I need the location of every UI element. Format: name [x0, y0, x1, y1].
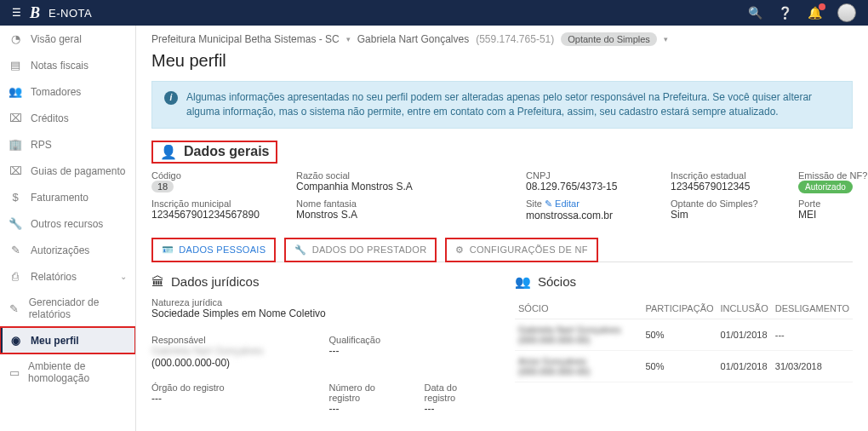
- topbar: ☰ B E-NOTA 🔍 ❔ 🔔: [0, 0, 868, 26]
- sidebar-item-label: Relatórios: [31, 271, 77, 283]
- sidebar-item[interactable]: 🔧Outros recursos: [0, 210, 135, 237]
- breadcrumb-user[interactable]: Gabriela Nart Gonçalves: [357, 33, 469, 45]
- users-icon: 👥: [515, 274, 531, 290]
- sidebar-icon: $: [9, 191, 22, 204]
- codigo-badge: 18: [151, 181, 174, 193]
- field-value: Sociedade Simples em Nome Coletivo: [151, 307, 489, 319]
- breadcrumb: Prefeitura Municipal Betha Sistemas - SC…: [151, 32, 853, 46]
- sidebar-icon: ◉: [9, 334, 22, 347]
- info-text: Algumas informações apresentadas no seu …: [186, 90, 840, 119]
- sidebar-item-label: Autorizações: [31, 244, 89, 256]
- help-icon[interactable]: ❔: [778, 6, 792, 20]
- sidebar-icon: 👥: [9, 85, 22, 98]
- sidebar-item[interactable]: 🏢RPS: [0, 131, 135, 158]
- field-value: ---: [151, 393, 312, 405]
- page-title: Meu perfil: [151, 51, 853, 71]
- sliders-icon: ⚙: [455, 244, 464, 256]
- sidebar-item[interactable]: ✎Autorizações: [0, 237, 135, 263]
- bank-icon: 🏛: [151, 274, 164, 289]
- simples-badge: Optante do Simples: [561, 32, 657, 46]
- field-value: Companhia Monstros S.A: [296, 181, 509, 193]
- field-label: Qualificação: [329, 335, 490, 345]
- socio-des: 31/03/2018: [772, 350, 853, 382]
- sidebar-item-label: Visão geral: [31, 33, 82, 45]
- section-dados-juridicos: 🏛Dados jurídicos: [151, 274, 489, 289]
- field-value: ---: [329, 403, 408, 415]
- user-icon: 👤: [160, 144, 177, 160]
- chevron-down-icon[interactable]: ▾: [346, 35, 351, 43]
- table-header: SÓCIO: [515, 298, 642, 319]
- tabs: 🪪DADOS PESSOAIS 🔧DADOS DO PRESTADOR ⚙CON…: [151, 237, 853, 262]
- dados-gerais-grid: Código18 Razão socialCompanhia Monstros …: [151, 170, 853, 221]
- field-label: Código: [151, 170, 279, 181]
- field-value: ---: [329, 345, 490, 357]
- field-label: Optante do Simples?: [671, 198, 781, 209]
- tab-config-nf[interactable]: ⚙CONFIGURAÇÕES DE NF: [445, 238, 597, 262]
- sidebar-item[interactable]: ⌧Guias de pagamento: [0, 158, 135, 184]
- sidebar-item-label: Meu perfil: [31, 335, 79, 347]
- field-value: ---: [425, 403, 489, 415]
- sidebar-item[interactable]: ✎Gerenciador de relatórios: [0, 290, 135, 327]
- sidebar-icon: 🔧: [9, 217, 22, 230]
- socio-inc: 01/01/2018: [717, 319, 772, 350]
- socio-inc: 01/01/2018: [717, 350, 772, 382]
- breadcrumb-user-doc: (559.174.765-51): [476, 33, 554, 45]
- bell-icon[interactable]: 🔔: [808, 6, 822, 20]
- sidebar-item-label: Guias de pagamento: [31, 165, 125, 177]
- sidebar-item-label: Gerenciador de relatórios: [29, 296, 127, 320]
- socio-part: 50%: [642, 319, 717, 350]
- hamburger-icon[interactable]: ☰: [12, 7, 21, 19]
- field-label: Nome fantasia: [296, 198, 509, 209]
- sidebar: ◔Visão geral▤Notas fiscais👥Tomadores⌧Cré…: [0, 26, 136, 431]
- field-value: Sim: [671, 209, 781, 221]
- id-card-icon: 🪪: [162, 244, 174, 256]
- field-value: Gabriela Nart Gonçalves: [151, 345, 312, 357]
- field-label: Razão social: [296, 170, 509, 181]
- field-label: Natureza jurídica: [151, 297, 489, 307]
- field-label: Número do registro: [329, 382, 408, 403]
- sidebar-item[interactable]: ◉Meu perfil: [0, 327, 135, 353]
- sidebar-icon: ▤: [9, 59, 22, 72]
- info-banner: i Algumas informações apresentadas no se…: [151, 81, 853, 129]
- sidebar-item-label: Ambiente de homologação: [28, 360, 127, 384]
- sidebar-item[interactable]: ⌧Créditos: [0, 105, 135, 131]
- field-label: Responsável: [151, 335, 312, 345]
- table-row: Gabriela Nart Gonçalves (000.000.000-00)…: [515, 319, 853, 350]
- sidebar-item[interactable]: $Faturamento: [0, 184, 135, 210]
- field-label: Data do registro: [425, 382, 489, 403]
- field-value: 08.129.765/4373-15: [526, 181, 654, 193]
- tab-dados-pessoais[interactable]: 🪪DADOS PESSOAIS: [151, 238, 276, 262]
- socio-part: 50%: [642, 350, 717, 382]
- sidebar-item-label: Notas fiscais: [31, 60, 89, 72]
- sidebar-icon: ▭: [9, 366, 20, 379]
- sidebar-item[interactable]: ▭Ambiente de homologação: [0, 353, 135, 391]
- sidebar-icon: ◔: [9, 32, 22, 45]
- sidebar-item-label: RPS: [31, 139, 52, 151]
- wrench-icon: 🔧: [294, 244, 306, 256]
- sidebar-item[interactable]: ▤Notas fiscais: [0, 52, 135, 78]
- socio-des: ---: [772, 319, 853, 350]
- sidebar-icon: 🏢: [9, 138, 22, 151]
- field-label: Porte: [798, 198, 868, 209]
- table-header: PARTICIPAÇÃO: [642, 298, 717, 319]
- tab-dados-prestador[interactable]: 🔧DADOS DO PRESTADOR: [284, 238, 437, 262]
- table-header: DESLIGAMENTO: [772, 298, 853, 319]
- field-value: monstrossa.com.br: [526, 210, 654, 221]
- table-row: Arize Gonçalves (000.000.000-00)50%01/01…: [515, 350, 853, 382]
- chevron-down-icon[interactable]: ▾: [664, 35, 668, 43]
- edit-site-link[interactable]: ✎ Editar: [545, 198, 580, 209]
- sidebar-icon: ⌧: [9, 164, 22, 177]
- field-label: Órgão do registro: [151, 382, 312, 393]
- sidebar-item[interactable]: 👥Tomadores: [0, 78, 135, 105]
- field-value: (000.000.000-00): [151, 357, 312, 369]
- sidebar-item[interactable]: ◔Visão geral: [0, 26, 135, 52]
- section-socios: 👥Sócios: [515, 274, 853, 290]
- field-value: 12345679012345: [671, 181, 781, 193]
- field-label: Inscrição estadual: [671, 170, 781, 181]
- sidebar-icon: ✎: [9, 302, 20, 315]
- avatar[interactable]: [837, 3, 856, 22]
- sidebar-item-label: Faturamento: [31, 192, 89, 204]
- breadcrumb-org[interactable]: Prefeitura Municipal Betha Sistemas - SC: [151, 33, 340, 45]
- search-icon[interactable]: 🔍: [748, 6, 762, 20]
- sidebar-item[interactable]: ⎙Relatórios⌄: [0, 263, 135, 290]
